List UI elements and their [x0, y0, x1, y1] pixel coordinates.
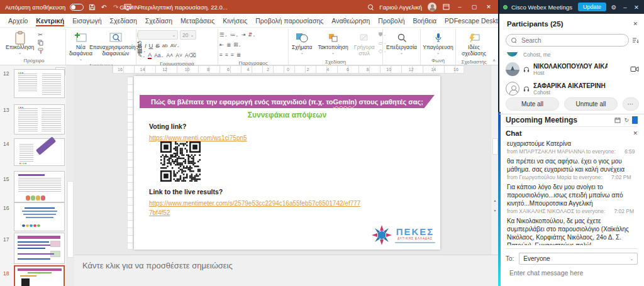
recipient-value: Everyone [523, 255, 550, 262]
justify-button[interactable]: ≣ [236, 52, 241, 58]
tab-slideshow[interactable]: Προβολή παρουσίασης [255, 15, 323, 26]
participants-search[interactable] [506, 34, 629, 47]
participant-role: Host [533, 70, 608, 76]
find-icon [397, 31, 407, 45]
slide-thumbnail-12[interactable] [14, 69, 65, 98]
align-left-button[interactable]: ≡ [219, 52, 223, 58]
account-avatar[interactable] [428, 3, 436, 11]
bold-button[interactable]: B [138, 42, 142, 49]
slide-thumbnail-14[interactable] [14, 138, 65, 166]
dictate-button[interactable]: Υπαγόρευση ⌄ [421, 30, 455, 56]
line-spacing-button[interactable]: ⇵⌄ [248, 31, 255, 38]
scrollbar-thumb[interactable] [492, 138, 498, 155]
text-shadow-button[interactable]: ab [162, 43, 168, 48]
tab-animations[interactable]: Κινήσεις [223, 15, 247, 26]
results-link[interactable]: https://www.mentimeter.com/s/2579e53cc22… [149, 199, 363, 217]
slide-thumbnail-15[interactable] [14, 171, 65, 202]
webex-minimize-button[interactable]: – [621, 4, 629, 11]
cut-icon[interactable]: ✂ [38, 31, 43, 38]
calendar-icon[interactable] [614, 117, 621, 123]
change-case-button[interactable]: Aa⌄ [154, 52, 164, 58]
participants-search-input[interactable] [520, 36, 623, 45]
minimize-button[interactable]: – [455, 4, 464, 10]
more-options-button[interactable]: ⋯ [623, 97, 639, 111]
participant-row[interactable]: ΝΙΚΟΛΑΚΟΠΟΥΛΟΥ ΑΙΚΑΤΕ... Host [506, 60, 639, 78]
search-icon[interactable] [368, 4, 374, 10]
clear-format-button[interactable]: A⌫ [185, 52, 196, 58]
quick-styles-button[interactable]: Γρήγορα στυλ [352, 30, 377, 58]
webex-close-button[interactable]: ✕ [633, 4, 640, 11]
reuse-slides-button[interactable]: Επαναχρησιμοποίηση διαφανειών [96, 30, 135, 58]
indent-less-button[interactable]: ⇤ [219, 41, 224, 48]
tab-design-2[interactable]: Σχεδίαση [145, 15, 172, 26]
collapse-ribbon-icon[interactable]: ˄ [492, 58, 496, 63]
tab-insert[interactable]: Εισαγωγή [72, 15, 101, 26]
slide-thumbnail-16[interactable] [14, 202, 65, 231]
slide-thumbnail-13[interactable] [14, 104, 65, 135]
slide-thumbnail-18-selected[interactable] [14, 265, 65, 286]
grow-font-button[interactable]: A˄ [167, 52, 174, 58]
shrink-font-button[interactable]: A˅ [175, 52, 182, 58]
editor-scrollbar[interactable]: ▲ ▼ [491, 65, 498, 255]
close-button[interactable]: ✕ [484, 4, 493, 10]
chat-title: Chat [506, 129, 522, 137]
underline-button[interactable]: U [149, 42, 153, 49]
tab-file[interactable]: Αρχείο [8, 15, 28, 26]
participant-row-partial[interactable]: Cohost, me [506, 50, 639, 59]
sort-participants-icon[interactable] [632, 37, 639, 44]
italic-button[interactable]: I [145, 42, 147, 49]
upcoming-meetings-section[interactable]: Upcoming Meetings ↻ [499, 114, 644, 125]
strikethrough-button[interactable]: S [155, 42, 159, 49]
tab-help[interactable]: Βοήθεια [413, 15, 437, 26]
chevron-down-icon: ⌄ [79, 57, 82, 62]
notes-pane[interactable]: Κάντε κλικ για να προσθέσετε σημειώσεις [74, 255, 498, 286]
maximize-button[interactable]: ▢ [470, 4, 479, 10]
columns-button[interactable]: ≣ [226, 41, 231, 48]
numbering-button[interactable]: ≔⌄ [230, 31, 239, 38]
font-name-box[interactable]: ⌄ [138, 30, 178, 40]
update-button[interactable]: Update [578, 3, 606, 11]
chat-message-list[interactable]: ευχαριστούμε Κατερίνα from ΜΠΑΡΤΖΑΚΛΗ ΜΑ… [507, 140, 636, 245]
slide-title-banner[interactable]: Πώς θα βλέπατε την εφαρμογή ενός παιχνιδ… [140, 95, 435, 108]
tab-review[interactable]: Αναθεώρηση [331, 15, 370, 26]
copy-icon[interactable] [38, 40, 43, 46]
shapes-button[interactable]: Σχήματα ⌄ [290, 30, 314, 56]
recipient-select[interactable]: Everyone ⌄ [519, 253, 638, 265]
horizontal-ruler[interactable]: 1614121086420246810121416 [112, 65, 464, 74]
design-ideas-button[interactable]: Ιδέες σχεδίασης [457, 30, 491, 58]
tab-home[interactable]: Κεντρική [36, 15, 64, 26]
gear-icon[interactable]: ⚙ [610, 4, 618, 11]
refresh-icon[interactable]: ↻ [624, 117, 629, 123]
ribbon-display-options-icon[interactable] [442, 3, 450, 11]
mute-all-button[interactable]: Mute all [506, 97, 559, 111]
text-direction-button[interactable]: ⊞⌄ [233, 41, 241, 48]
highlight-button[interactable]: ✎⌄ [138, 52, 145, 58]
tab-view[interactable]: Προβολή [378, 15, 404, 26]
video-camera-icon[interactable] [630, 66, 639, 72]
arrange-button[interactable]: Τακτοποίηση ⌄ [316, 30, 350, 56]
thumbnail-scrollbar[interactable] [66, 65, 74, 286]
bullets-button[interactable]: ☰⌄ [219, 31, 228, 38]
paste-button[interactable]: Επικόλληση ⌄ [4, 30, 36, 56]
unmute-all-button[interactable]: Unmute all [564, 97, 618, 111]
editing-button[interactable]: Επεξεργασία ⌄ [384, 30, 419, 56]
align-center-button[interactable]: ≡ [225, 52, 228, 58]
slide-canvas[interactable]: Πώς θα βλέπατε την εφαρμογή ενός παιχνιδ… [134, 76, 440, 250]
indent-more-button[interactable]: ⇥ [241, 31, 245, 38]
slide-thumbnail-17[interactable] [14, 233, 65, 264]
group-editing: Επεξεργασία ⌄ [382, 29, 420, 65]
account-name[interactable]: Γαριού Αγγελική [379, 4, 422, 11]
format-painter-icon[interactable] [38, 48, 43, 54]
group-font: ⌄ 20⌄ B I U S ab AV⌄ ✎⌄ A Aa⌄ [136, 29, 218, 65]
char-spacing-button[interactable]: AV⌄ [170, 43, 180, 48]
participants-close-icon[interactable]: ✕ [633, 21, 638, 27]
participant-row[interactable]: ΣΑΦΑΡΙΚΑ ΑΙΚΑΤΕΡΙΝΗ Cohost [506, 80, 639, 97]
chat-close-icon[interactable]: ✕ [633, 130, 638, 136]
tab-design[interactable]: Σχεδίαση [110, 15, 137, 26]
font-color-button[interactable]: A [148, 52, 152, 59]
chat-message-input[interactable] [508, 268, 638, 277]
vertical-ruler[interactable] [127, 76, 133, 250]
align-right-button[interactable]: ≡ [231, 52, 234, 58]
font-size-box[interactable]: 20⌄ [180, 30, 196, 40]
tab-transitions[interactable]: Μεταβάσεις [180, 15, 214, 26]
